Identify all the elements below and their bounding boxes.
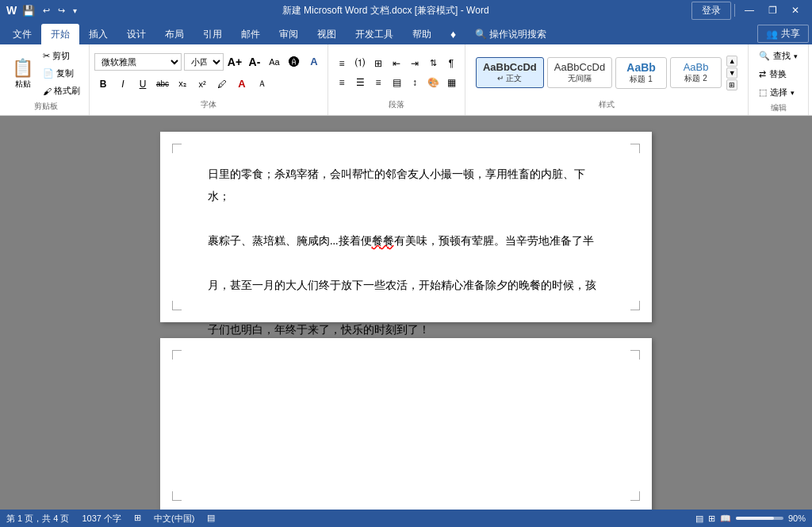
view-web-btn[interactable]: ⊞ — [708, 514, 715, 524]
style-scroll-down[interactable]: ▼ — [726, 67, 737, 79]
document-page-1: 日里的零食；杀鸡宰猪，会叫帮忙的邻舍友人小撮一顿，享用牲畜的内脏、下水； 裹粽子… — [160, 132, 652, 322]
clear-format-btn[interactable]: 🅐 — [285, 53, 303, 71]
decrease-indent-btn[interactable]: ⇤ — [388, 55, 405, 72]
border-btn[interactable]: ▦ — [442, 74, 460, 91]
login-button[interactable]: 登录 — [691, 2, 731, 20]
redo-icon[interactable]: ↪ — [56, 4, 67, 17]
superscript-button[interactable]: x² — [193, 75, 211, 93]
undo-icon[interactable]: ↩ — [40, 4, 52, 17]
clipboard-label: 剪贴板 — [34, 99, 58, 113]
multilevel-btn[interactable]: ⊞ — [370, 55, 387, 72]
search-icon: 🔍 — [475, 29, 487, 40]
save-icon[interactable]: 💾 — [20, 3, 37, 18]
style-scroll-buttons: ▲ ▼ ⊞ — [726, 56, 737, 90]
editing-group: 🔍 查找 ▾ ⇄ 替换 ⬚ 选择 ▾ 编辑 — [749, 44, 809, 115]
align-left-btn[interactable]: ≡ — [333, 74, 350, 91]
tab-diamond[interactable]: ♦ — [441, 24, 465, 44]
corner-tl — [172, 144, 182, 153]
document-title: 新建 Microsoft Word 文档.docx [兼容模式] - Word — [79, 4, 691, 17]
style-biaoti1-label: 标题 1 — [630, 74, 652, 85]
layout-indicator: ▤ — [207, 513, 215, 525]
font-size-select[interactable]: 小四 12 — [184, 53, 224, 71]
editing-label: 编辑 — [771, 101, 787, 115]
tab-design[interactable]: 设计 — [117, 24, 155, 44]
tab-insert[interactable]: 插入 — [79, 24, 117, 44]
style-wujiange[interactable]: AaBbCcDd 无间隔 — [547, 57, 612, 88]
select-dropdown[interactable]: ▾ — [791, 89, 795, 97]
word-icon: W — [6, 4, 17, 17]
style-scroll-up[interactable]: ▲ — [726, 56, 737, 67]
copy-label: 复制 — [56, 67, 74, 79]
italic-button[interactable]: I — [114, 75, 132, 93]
style-biaoti1-preview: AaBb — [626, 61, 656, 74]
cut-icon: ✂ — [43, 51, 50, 61]
find-dropdown[interactable]: ▾ — [794, 52, 798, 60]
bullets-btn[interactable]: ≡ — [333, 55, 350, 72]
justify-btn[interactable]: ▤ — [388, 74, 405, 91]
replace-button[interactable]: ⇄ 替换 — [753, 66, 803, 83]
paste-label: 粘贴 — [15, 79, 31, 90]
font-name-select[interactable]: 微软雅黑 — [94, 53, 182, 71]
language-indicator: 中文(中国) — [154, 513, 194, 525]
increase-indent-btn[interactable]: ⇥ — [406, 55, 423, 72]
tab-references[interactable]: 引用 — [193, 24, 232, 44]
tab-home[interactable]: 开始 — [41, 24, 79, 44]
quick-access-more[interactable]: ▾ — [71, 5, 79, 17]
restore-btn[interactable]: ❐ — [762, 3, 783, 17]
zoom-level: 90% — [788, 514, 806, 523]
tab-review[interactable]: 审阅 — [270, 24, 308, 44]
style-wujiange-preview: AaBbCcDd — [554, 61, 605, 73]
subscript-button[interactable]: x₂ — [174, 75, 191, 93]
tab-layout[interactable]: 布局 — [155, 24, 193, 44]
tab-view[interactable]: 视图 — [308, 24, 346, 44]
style-zhengwen[interactable]: AaBbCcDd ↵ 正文 — [476, 57, 544, 88]
paste-button[interactable]: 📋 粘贴 — [8, 54, 37, 94]
tab-mailings[interactable]: 邮件 — [232, 24, 270, 44]
underline-button[interactable]: U — [134, 75, 151, 93]
align-right-btn[interactable]: ≡ — [370, 74, 387, 91]
share-button[interactable]: 👥 共享 — [757, 25, 809, 43]
tab-search[interactable]: 🔍 操作说明搜索 — [465, 24, 556, 44]
find-icon: 🔍 — [759, 51, 770, 61]
tab-developer[interactable]: 开发工具 — [346, 24, 403, 44]
copy-button[interactable]: 📄 复制 — [39, 65, 84, 82]
style-biaoti2[interactable]: AaBb 标题 2 — [670, 57, 722, 88]
show-marks-btn[interactable]: ¶ — [442, 55, 460, 72]
view-read-btn[interactable]: 📖 — [720, 514, 731, 524]
find-button[interactable]: 🔍 查找 ▾ — [753, 48, 803, 64]
page-1-content[interactable]: 日里的零食；杀鸡宰猪，会叫帮忙的邻舍友人小撮一顿，享用牲畜的内脏、下水； 裹粽子… — [208, 163, 604, 341]
sort-btn[interactable]: ⇅ — [424, 55, 442, 72]
strikethrough-button[interactable]: abc — [154, 75, 171, 93]
title-bar: W 💾 ↩ ↪ ▾ 新建 Microsoft Word 文档.docx [兼容模… — [0, 0, 812, 21]
corner-br-p2 — [630, 491, 640, 501]
tab-file[interactable]: 文件 — [3, 24, 41, 44]
document-page-2 — [160, 338, 652, 510]
cut-button[interactable]: ✂ 剪切 — [39, 48, 84, 64]
select-button[interactable]: ⬚ 选择 ▾ — [753, 84, 803, 101]
style-biaoti1[interactable]: AaBb 标题 1 — [615, 57, 667, 89]
align-center-btn[interactable]: ☰ — [351, 74, 369, 91]
font-color-btn[interactable]: A — [233, 75, 251, 93]
cut-label: 剪切 — [52, 50, 70, 62]
minimize-btn[interactable]: — — [738, 3, 760, 17]
char-spacing-btn[interactable]: Ａ — [253, 75, 270, 93]
close-btn[interactable]: ✕ — [785, 3, 806, 17]
tab-help[interactable]: 帮助 — [403, 24, 441, 44]
format-painter-button[interactable]: 🖌 格式刷 — [39, 83, 84, 99]
text-effect-btn[interactable]: A — [305, 53, 323, 71]
highlight-btn[interactable]: 🖊 — [213, 75, 231, 93]
line-spacing-btn[interactable]: ↕ — [406, 74, 423, 91]
style-expand[interactable]: ⊞ — [726, 79, 737, 90]
fill-color-btn[interactable]: 🎨 — [424, 74, 442, 91]
clipboard-group: 📋 粘贴 ✂ 剪切 📄 复制 🖌 格式刷 剪贴板 — [3, 44, 90, 115]
zoom-slider[interactable] — [736, 517, 783, 520]
numbering-btn[interactable]: ⑴ — [351, 55, 369, 72]
paragraph-row2: ≡ ☰ ≡ ▤ ↕ 🎨 ▦ — [333, 74, 460, 91]
bold-button[interactable]: B — [94, 75, 112, 93]
document-area[interactable]: 日里的零食；杀鸡宰猪，会叫帮忙的邻舍友人小撮一顿，享用牲畜的内脏、下水； 裹粽子… — [0, 116, 812, 510]
view-normal-btn[interactable]: ▤ — [695, 514, 703, 524]
change-case-btn[interactable]: Aa — [266, 53, 283, 71]
increase-font-btn[interactable]: A+ — [226, 53, 243, 71]
decrease-font-btn[interactable]: A- — [246, 53, 263, 71]
paragraph-controls: ≡ ⑴ ⊞ ⇤ ⇥ ⇅ ¶ ≡ ☰ ≡ ▤ ↕ 🎨 ▦ — [333, 48, 460, 98]
